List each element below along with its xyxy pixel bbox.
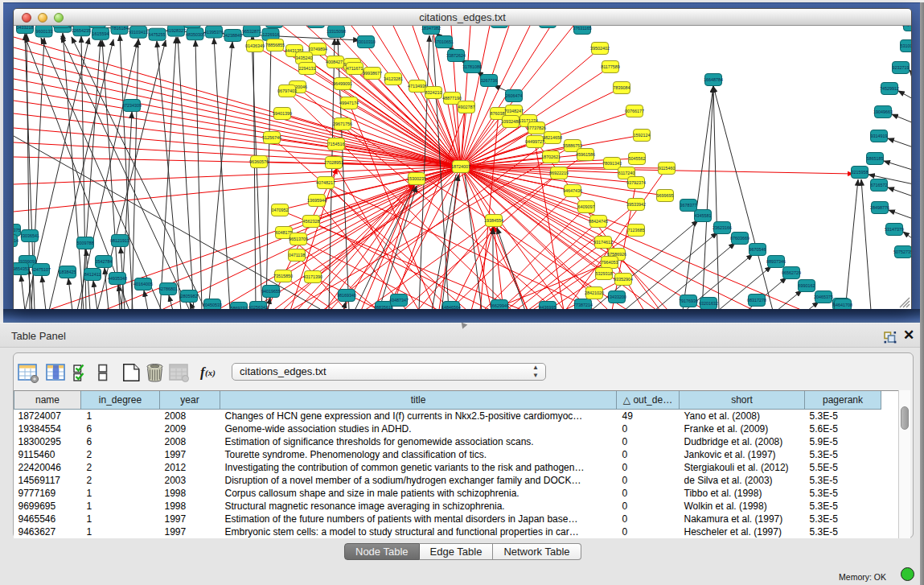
svg-text:55886753: 55886753 [563,143,582,148]
svg-text:08835615: 08835615 [374,305,393,309]
svg-text:41928327: 41928327 [166,28,186,33]
svg-text:3267736: 3267736 [481,78,498,83]
svg-text:8412411: 8412411 [84,272,101,277]
svg-text:08317278: 08317278 [747,298,766,303]
svg-text:96360576: 96360576 [249,159,269,164]
svg-text:94647436: 94647436 [563,188,582,193]
svg-text:18347382: 18347382 [421,26,441,31]
svg-text:15300235: 15300235 [407,176,426,181]
svg-text:2294131: 2294131 [299,66,316,71]
svg-text:1592124: 1592124 [634,133,651,138]
svg-text:4436995: 4436995 [540,305,556,309]
svg-text:33872624: 33872624 [446,53,466,58]
svg-text:6409097: 6409097 [578,204,595,209]
svg-text:59401399: 59401399 [273,111,292,116]
svg-text:96513709: 96513709 [289,237,308,241]
svg-text:40748217: 40748217 [316,180,335,185]
svg-text:6073375: 6073375 [14,228,21,233]
svg-text:24238849: 24238849 [223,33,242,38]
svg-text:4711671: 4711671 [347,66,363,71]
svg-text:78856855: 78856855 [265,43,285,47]
svg-text:5045562: 5045562 [629,156,646,161]
svg-text:41395376: 41395376 [204,30,224,35]
svg-text:20450533: 20450533 [203,303,222,307]
svg-text:94019655: 94019655 [261,289,281,294]
svg-text:99938677: 99938677 [363,71,382,76]
svg-text:67010651: 67010651 [434,39,454,44]
svg-text:7964053: 7964053 [602,260,618,265]
svg-text:02654235: 02654235 [72,28,91,33]
svg-text:5865185: 5865185 [867,156,884,161]
svg-text:28498776: 28498776 [870,205,889,210]
svg-text:54948083: 54948083 [902,26,911,27]
svg-text:44935348: 44935348 [108,276,127,281]
svg-text:23623166: 23623166 [713,225,732,230]
svg-text:96532871: 96532871 [242,29,261,34]
svg-text:10932480: 10932480 [501,119,520,124]
svg-text:88424745: 88424745 [589,219,608,224]
svg-text:8324210: 8324210 [425,90,442,95]
svg-text:51256746: 51256746 [262,135,281,140]
svg-text:2606474: 2606474 [506,93,523,98]
svg-text:7154516: 7154516 [328,142,345,146]
svg-text:93010310: 93010310 [356,39,376,44]
svg-text:4345581: 4345581 [695,213,712,218]
svg-text:42786801: 42786801 [158,286,178,291]
svg-text:3435240: 3435240 [296,56,313,60]
svg-text:39502402: 39502402 [590,46,610,51]
svg-text:06562729: 06562729 [782,270,801,275]
svg-text:00766177: 00766177 [625,109,644,113]
svg-text:18702621: 18702621 [541,154,561,159]
svg-text:45961586: 45961586 [576,152,595,157]
svg-text:50752735: 50752735 [893,249,911,254]
svg-text:36629946: 36629946 [490,303,509,308]
svg-text:0471138: 0471138 [289,253,306,257]
svg-text:6716572: 6716572 [871,183,888,187]
svg-text:93352904: 93352904 [614,277,633,282]
svg-text:99854353: 99854353 [14,266,30,271]
svg-text:88937346: 88937346 [766,259,786,264]
svg-text:5329318: 5329318 [596,271,613,276]
svg-text:48877190: 48877190 [442,96,462,101]
svg-text:81177589: 81177589 [601,64,620,69]
svg-text:0470952: 0470952 [272,208,289,212]
svg-text:9115460: 9115460 [659,166,676,171]
svg-text:34123281: 34123281 [384,76,403,81]
svg-text:7839084: 7839084 [614,85,630,90]
svg-text:4902787: 4902787 [458,105,475,109]
svg-text:5310033: 5310033 [901,43,912,48]
svg-text:93792374: 93792374 [626,180,646,185]
svg-text:78091343: 78091343 [602,161,622,166]
svg-text:40084271: 40084271 [326,60,345,64]
svg-text:6117240: 6117240 [618,171,635,175]
svg-text:19049663: 19049663 [873,109,893,114]
svg-text:48350305: 48350305 [186,32,205,37]
svg-text:60256342: 60256342 [248,305,268,309]
svg-text:04499727: 04499727 [525,139,544,144]
svg-text:86922219: 86922219 [549,171,569,175]
svg-text:0433218: 0433218 [17,26,34,30]
svg-text:43487347: 43487347 [389,298,409,303]
svg-text:08121913: 08121913 [110,238,129,243]
svg-text:77387214: 77387214 [573,303,593,307]
svg-text:93103413: 93103413 [129,30,148,35]
svg-text:74529912: 74529912 [880,86,899,91]
svg-text:67737826: 67737826 [527,126,546,130]
svg-text:96499091: 96499091 [333,81,352,86]
svg-text:62475107: 62475107 [31,267,51,272]
svg-text:9600133: 9600133 [36,29,53,34]
svg-text:01436349: 01436349 [245,43,265,48]
svg-text:4562328: 4562328 [303,219,320,224]
svg-text:27028951: 27028951 [324,160,343,165]
svg-text:16648784: 16648784 [704,77,723,82]
svg-text:(x): (x) [205,368,216,378]
svg-text:20465375: 20465375 [814,295,833,299]
svg-text:5869232: 5869232 [231,306,248,309]
svg-text:58685014: 58685014 [14,238,18,243]
svg-text:33036541: 33036541 [20,233,39,238]
svg-text:7123685: 7123685 [628,228,645,233]
svg-text:6990162: 6990162 [799,283,815,288]
svg-text:9232719: 9232719 [893,65,910,70]
svg-text:13433200: 13433200 [607,295,626,299]
svg-text:33749894: 33749894 [308,47,327,51]
